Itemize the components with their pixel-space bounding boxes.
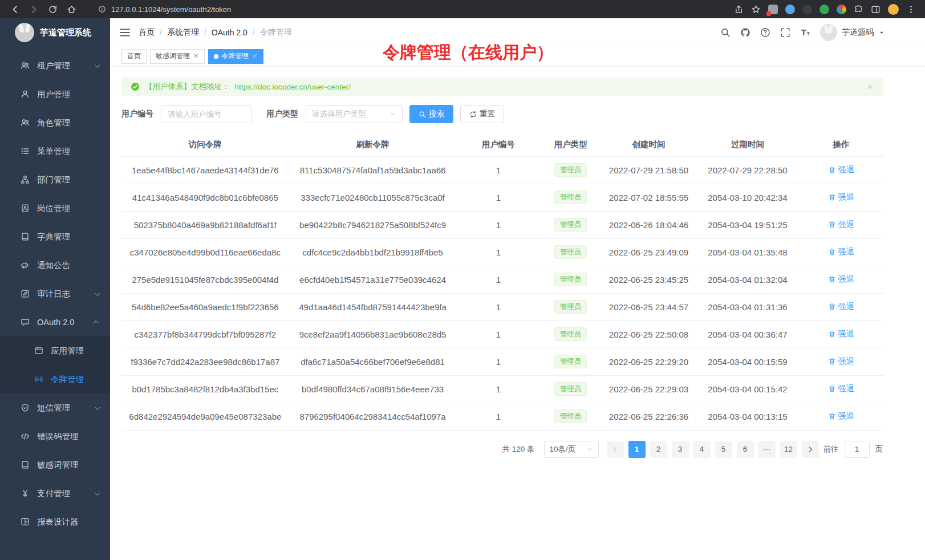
- force-logout-button[interactable]: 强退: [828, 302, 854, 312]
- reset-button[interactable]: 重置: [460, 105, 504, 123]
- github-icon[interactable]: [740, 27, 750, 38]
- trash-icon: [828, 193, 836, 201]
- page-button[interactable]: 3: [672, 441, 689, 458]
- breadcrumb-item[interactable]: 令牌管理: [260, 27, 292, 38]
- user-id-cell: 1: [456, 348, 540, 375]
- side-panel-icon[interactable]: [871, 5, 881, 14]
- breadcrumb-item[interactable]: 首页: [139, 27, 167, 38]
- menu-label: 敏感词管理: [37, 460, 79, 470]
- view-tab[interactable]: 敏感词管理: [150, 49, 205, 64]
- browser-nav: [7, 5, 76, 14]
- tab-close-icon[interactable]: [251, 53, 258, 59]
- browser-profile-avatar[interactable]: [888, 4, 899, 15]
- user-id-cell: 1: [456, 238, 540, 266]
- force-logout-button[interactable]: 强退: [828, 247, 854, 257]
- page-button[interactable]: 6: [737, 441, 754, 458]
- help-icon[interactable]: [760, 27, 770, 38]
- page-button[interactable]: ···: [758, 441, 776, 458]
- menu-label: 令牌管理: [51, 374, 84, 385]
- user-type-label: 用户类型: [266, 109, 298, 119]
- menu-label: 错误码管理: [37, 431, 79, 442]
- extension-icon[interactable]: [837, 5, 846, 14]
- back-icon[interactable]: [10, 5, 20, 14]
- view-tab[interactable]: 首页: [121, 49, 147, 64]
- font-size-icon[interactable]: TT: [800, 27, 810, 38]
- breadcrumb-item[interactable]: OAuth 2.0: [212, 28, 260, 37]
- force-logout-button[interactable]: 强退: [828, 356, 854, 367]
- breadcrumb-item[interactable]: 系统管理: [167, 27, 212, 38]
- app-logo[interactable]: 芋道管理系统: [0, 18, 110, 47]
- alert-doc-link[interactable]: https://doc.iocoder.cn/user-center/: [235, 83, 351, 91]
- alert-close-icon[interactable]: [867, 83, 874, 90]
- sidebar-collapse-icon[interactable]: [119, 27, 131, 38]
- share-icon[interactable]: [734, 5, 744, 14]
- sidebar-item-oauth2-token[interactable]: 令牌管理: [0, 365, 110, 393]
- sidebar-item-error-code[interactable]: 错误码管理: [0, 422, 110, 451]
- next-page-button[interactable]: [802, 441, 819, 458]
- force-logout-button[interactable]: 强退: [828, 384, 854, 394]
- app-logo-avatar: [15, 23, 34, 42]
- menu-icon: [21, 517, 30, 526]
- column-header: 操作: [799, 133, 883, 156]
- user-type-select[interactable]: 请选择用户类型: [306, 105, 403, 123]
- user-id-input[interactable]: [161, 105, 252, 123]
- page-button[interactable]: 4: [693, 441, 711, 458]
- bookmark-star-icon[interactable]: [751, 5, 761, 14]
- browser-menu-icon[interactable]: [906, 5, 916, 14]
- reload-icon[interactable]: [48, 5, 58, 14]
- sidebar-item-report-designer[interactable]: 报表设计器: [0, 508, 110, 536]
- created-time-cell: 2022-06-25 22:50:08: [601, 320, 696, 348]
- extension-icon[interactable]: [785, 5, 795, 14]
- sidebar-item-oauth2-app[interactable]: 应用管理: [0, 336, 110, 365]
- goto-page-input[interactable]: [845, 441, 870, 458]
- sidebar-item-dict[interactable]: 字典管理: [0, 222, 110, 251]
- home-icon[interactable]: [67, 5, 76, 14]
- chevron-right-icon: [807, 446, 814, 453]
- extension-icon[interactable]: [819, 5, 829, 14]
- page-button[interactable]: 1: [628, 441, 646, 458]
- sidebar-item-pay[interactable]: 支付管理: [0, 479, 110, 508]
- sidebar-item-dept[interactable]: 部门管理: [0, 165, 110, 194]
- user-menu[interactable]: 芋道源码: [820, 24, 885, 41]
- sidebar-item-post[interactable]: 岗位管理: [0, 194, 110, 222]
- user-type-tag: 管理员: [554, 218, 587, 232]
- fullscreen-icon[interactable]: [780, 27, 790, 38]
- tab-close-icon[interactable]: [193, 53, 199, 59]
- sidebar-item-sensitive-word[interactable]: 敏感词管理: [0, 451, 110, 479]
- force-logout-button[interactable]: 强退: [828, 165, 854, 175]
- refresh-token-cell: 49d1aa46d1454fbd87591444423be9fa: [289, 293, 457, 320]
- sidebar-item-tenant[interactable]: 租户管理: [0, 51, 110, 80]
- page-size-select[interactable]: 10条/页: [544, 441, 599, 458]
- sidebar-item-user[interactable]: 用户管理: [0, 80, 110, 108]
- sidebar-item-notice[interactable]: 通知公告: [0, 251, 110, 279]
- sidebar-item-sms[interactable]: 短信管理: [0, 393, 110, 422]
- force-logout-button[interactable]: 强退: [828, 329, 854, 339]
- extensions-puzzle-icon[interactable]: [854, 5, 863, 14]
- menu-label: 用户管理: [37, 89, 70, 100]
- sidebar-item-menu[interactable]: 菜单管理: [0, 137, 110, 165]
- main-area: 令牌管理（在线用户） 首页 系统管理 OAuth 2.0 令牌管理 TT 芋道源…: [110, 18, 925, 560]
- address-bar[interactable]: 127.0.0.1:1024/system/oauth2/token: [92, 2, 720, 16]
- header-actions: TT 芋道源码: [720, 24, 885, 41]
- view-tab[interactable]: 令牌管理: [208, 49, 263, 64]
- search-icon[interactable]: [720, 27, 731, 38]
- expire-time-cell: 2054-03-04 00:15:42: [696, 375, 799, 403]
- user-type-tag: 管理员: [554, 163, 587, 177]
- search-button[interactable]: 搜索: [409, 105, 453, 123]
- force-logout-button[interactable]: 强退: [828, 220, 854, 230]
- force-logout-button[interactable]: 强退: [828, 274, 854, 285]
- prev-page-button[interactable]: [607, 441, 624, 458]
- page-button[interactable]: 12: [780, 441, 797, 458]
- site-info-icon[interactable]: [98, 5, 106, 13]
- sidebar-item-audit-log[interactable]: 审计日志: [0, 279, 110, 308]
- extension-icon[interactable]: [802, 5, 812, 14]
- forward-icon[interactable]: [29, 5, 39, 14]
- page-button[interactable]: 2: [650, 441, 667, 458]
- force-logout-button[interactable]: 强退: [828, 411, 854, 421]
- extension-icon[interactable]: [768, 5, 778, 14]
- page-button[interactable]: 5: [715, 441, 732, 458]
- force-logout-button[interactable]: 强退: [828, 192, 854, 202]
- sidebar-item-oauth2[interactable]: OAuth 2.0: [0, 308, 110, 336]
- sidebar-item-role[interactable]: 角色管理: [0, 108, 110, 137]
- table-row: c342377bf8b344799dcbf7bf095287f2 9ce8ef2…: [121, 320, 883, 348]
